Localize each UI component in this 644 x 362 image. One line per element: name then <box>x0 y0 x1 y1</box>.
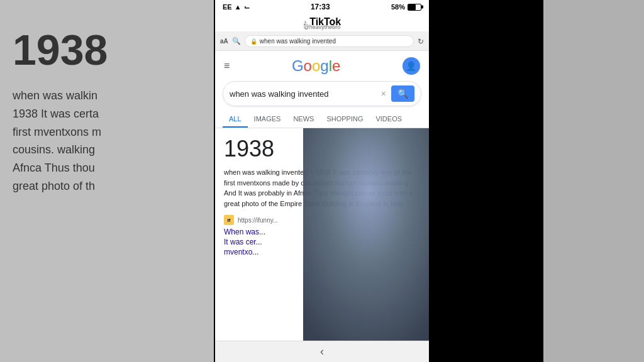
source-url: https://ifunny... <box>238 217 278 224</box>
search-bar-wrapper: when was walking invented × 🔍 <box>215 79 429 111</box>
tab-all[interactable]: ALL <box>223 111 248 128</box>
url-text: when was walking invented <box>260 38 408 45</box>
menu-icon[interactable]: ≡ <box>224 60 230 72</box>
google-account-avatar[interactable]: 👤 <box>402 57 420 75</box>
search-bar[interactable]: when was walking invented × 🔍 <box>223 81 421 106</box>
refresh-icon[interactable]: ↻ <box>418 37 424 46</box>
browser-bottom-nav: ‹ <box>215 341 429 362</box>
tab-shopping[interactable]: SHOPPING <box>320 111 369 128</box>
browser-url-bar[interactable]: 🔒 when was walking invented <box>245 35 414 47</box>
person-silhouette <box>303 128 429 341</box>
person-photo-overlay <box>303 128 429 341</box>
search-tabs: ALL IMAGES NEWS SHOPPING VIDEOS <box>215 111 429 128</box>
search-query-text: when was walking invented <box>230 89 376 99</box>
status-bar: EE ▲ ⌙ 17:33 58% <box>215 0 429 14</box>
google-header: ≡ Google 👤 <box>215 51 429 79</box>
google-page: ≡ Google 👤 when was walking invented × 🔍… <box>215 51 429 362</box>
right-background-panel <box>543 0 644 362</box>
battery-percent: 58% <box>391 3 405 11</box>
font-size-icon: aA <box>220 38 228 45</box>
google-logo: Google <box>292 57 340 75</box>
status-time: 17:33 <box>311 3 330 11</box>
phone-screen: EE ▲ ⌙ 17:33 58% ♪ TikTok @heavythebro a… <box>215 0 429 362</box>
left-body-text: when was walkin 1938 It was certa first … <box>13 87 201 195</box>
signal-icon: ▲ <box>235 3 242 11</box>
status-right: 58% <box>391 3 421 11</box>
search-icon[interactable]: 🔍 <box>232 37 241 45</box>
battery-icon <box>408 4 421 11</box>
tab-news[interactable]: NEWS <box>287 111 320 128</box>
browser-bar: aA 🔍 🔒 when was walking invented ↻ <box>215 32 429 51</box>
left-year-text: 1938 <box>13 25 201 74</box>
username-label: @heavythebro <box>304 24 341 30</box>
search-submit-icon: 🔍 <box>397 89 408 99</box>
search-submit-button[interactable]: 🔍 <box>391 85 414 102</box>
browser-back-button[interactable]: ‹ <box>320 345 324 358</box>
left-background-panel: 1938 when was walkin 1938 It was certa f… <box>0 0 214 362</box>
wifi-icon: ⌙ <box>244 3 250 11</box>
avatar-icon: 👤 <box>406 61 416 71</box>
search-results: 1938 when was walking invented > 1938 It… <box>215 128 429 341</box>
tab-images[interactable]: IMAGES <box>248 111 287 128</box>
lock-icon: 🔒 <box>250 38 257 45</box>
battery-fill <box>408 4 416 10</box>
carrier-label: EE <box>223 3 232 11</box>
status-left: EE ▲ ⌙ <box>223 3 250 11</box>
tab-videos[interactable]: VIDEOS <box>369 111 408 128</box>
source-favicon: if <box>224 215 234 225</box>
search-clear-button[interactable]: × <box>381 89 386 99</box>
